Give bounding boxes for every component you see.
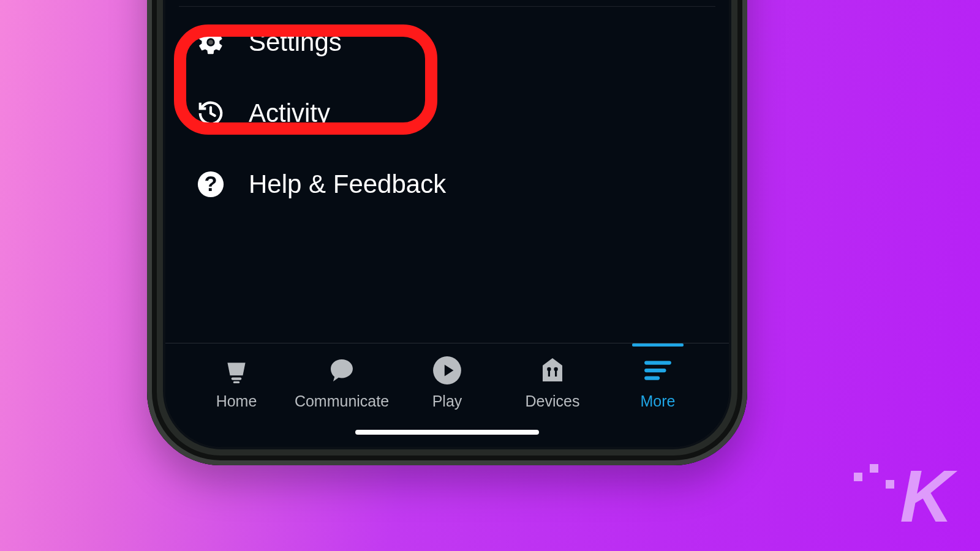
tab-communicate[interactable]: Communicate <box>289 351 394 410</box>
svg-rect-9 <box>555 370 557 377</box>
menu-item-label: Help & Feedback <box>249 170 446 199</box>
svg-text:?: ? <box>204 173 217 196</box>
tab-home[interactable]: Home <box>184 351 289 410</box>
tab-label: Play <box>432 392 462 410</box>
devices-icon <box>537 354 568 386</box>
svg-rect-3 <box>232 377 242 380</box>
menu-item-help[interactable]: ? Help & Feedback <box>165 149 729 220</box>
tab-more[interactable]: More <box>605 351 710 410</box>
svg-rect-8 <box>548 370 550 377</box>
menu-list: Settings Activity <box>165 0 729 343</box>
help-icon: ? <box>196 170 225 199</box>
tab-label: Home <box>216 392 257 410</box>
tab-label: Communicate <box>295 392 389 410</box>
more-icon <box>642 354 674 386</box>
watermark-letter: K <box>900 455 949 537</box>
menu-item-label: Activity <box>249 99 330 128</box>
home-indicator[interactable] <box>355 430 539 435</box>
history-icon <box>196 99 225 128</box>
chat-icon <box>326 354 358 386</box>
gear-icon <box>196 28 225 57</box>
tab-label: Devices <box>526 392 580 410</box>
home-icon <box>221 354 252 386</box>
watermark-logo: K <box>900 459 949 533</box>
svg-rect-4 <box>233 381 239 383</box>
tab-devices[interactable]: Devices <box>500 351 605 410</box>
watermark-dots <box>854 464 894 473</box>
menu-item-label: Settings <box>249 28 342 57</box>
tab-label: More <box>641 392 676 410</box>
menu-item-activity[interactable]: Activity <box>165 78 729 149</box>
tab-play[interactable]: Play <box>394 351 500 410</box>
menu-item-settings[interactable]: Settings <box>165 7 729 78</box>
phone-frame: Settings Activity <box>147 0 747 465</box>
phone-screen: Settings Activity <box>163 0 731 449</box>
svg-point-0 <box>208 40 213 45</box>
play-icon <box>431 354 463 386</box>
